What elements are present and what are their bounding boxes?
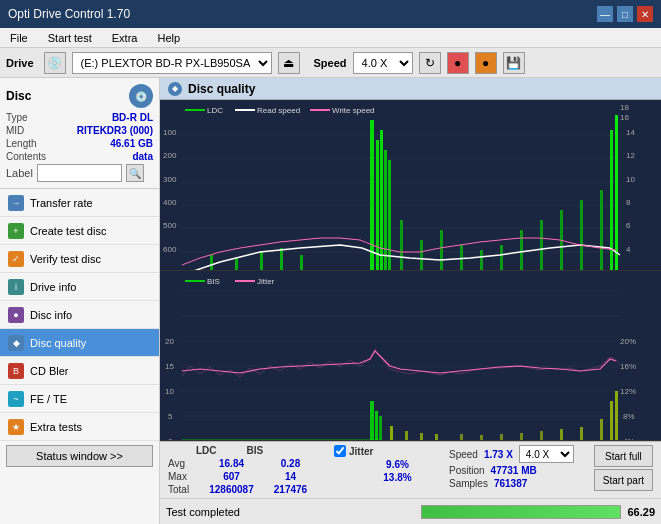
sidebar-item-drive-info[interactable]: i Drive info — [0, 273, 159, 301]
bottom-chart-svg: 0 5 10 15 20 4% 8% 12% 16% 20% 0.0 5.0 1… — [160, 271, 661, 441]
svg-text:16: 16 — [620, 113, 629, 122]
sidebar-item-create-test-disc[interactable]: + Create test disc — [0, 217, 159, 245]
menu-extra[interactable]: Extra — [106, 30, 144, 46]
disc-info-icon: ● — [8, 307, 24, 323]
svg-text:14: 14 — [626, 128, 635, 137]
sidebar-item-cd-bler[interactable]: B CD Bler — [0, 357, 159, 385]
jitter-checkbox[interactable] — [334, 445, 346, 457]
top-chart: 700 600 500 400 300 200 100 2 4 6 8 10 1… — [160, 100, 661, 271]
disc-quality-icon: ◆ — [8, 335, 24, 351]
samples-value: 761387 — [494, 478, 527, 489]
disc-label-row: Label 🔍 — [6, 164, 153, 182]
disc-label-button[interactable]: 🔍 — [126, 164, 144, 182]
svg-text:8: 8 — [626, 198, 631, 207]
sidebar-item-label-transfer-rate: Transfer rate — [30, 197, 93, 209]
sidebar-item-fe-te[interactable]: ~ FE / TE — [0, 385, 159, 413]
svg-text:BIS: BIS — [207, 277, 220, 286]
svg-rect-58 — [520, 230, 523, 270]
svg-rect-112 — [580, 427, 583, 441]
svg-rect-103 — [405, 431, 408, 441]
svg-text:100: 100 — [163, 128, 177, 137]
max-bis: 14 — [263, 471, 318, 482]
action-buttons: Start full Start part — [594, 445, 653, 491]
charts-area: 700 600 500 400 300 200 100 2 4 6 8 10 1… — [160, 100, 661, 441]
disc-panel: Disc 💿 Type BD-R DL MID RITEKDR3 (000) L… — [0, 78, 159, 189]
speed-stat-select[interactable]: 4.0 X — [519, 445, 574, 463]
start-part-button[interactable]: Start part — [594, 469, 653, 491]
orange-btn[interactable]: ● — [475, 52, 497, 74]
top-chart-svg: 700 600 500 400 300 200 100 2 4 6 8 10 1… — [160, 100, 661, 270]
sidebar-item-label-verify-test-disc: Verify test disc — [30, 253, 101, 265]
svg-rect-59 — [540, 220, 543, 270]
progress-text: 66.29 — [627, 506, 655, 518]
transfer-rate-icon: → — [8, 195, 24, 211]
svg-rect-48 — [376, 140, 379, 270]
stats-area: LDC BIS Avg 16.84 0.28 Max 607 14 Total … — [160, 441, 661, 498]
drivebar: Drive 💿 (E:) PLEXTOR BD-R PX-LB950SA 1.0… — [0, 48, 661, 78]
close-button[interactable]: ✕ — [637, 6, 653, 22]
sidebar-item-label-cd-bler: CD Bler — [30, 365, 69, 377]
svg-text:16%: 16% — [620, 362, 636, 371]
sidebar-item-verify-test-disc[interactable]: ✓ Verify test disc — [0, 245, 159, 273]
maximize-button[interactable]: □ — [617, 6, 633, 22]
sidebar-item-label-create-test-disc: Create test disc — [30, 225, 106, 237]
disc-length-label: Length — [6, 138, 37, 149]
status-text: Test completed — [166, 506, 415, 518]
disc-label-input[interactable] — [37, 164, 122, 182]
svg-rect-115 — [615, 391, 618, 441]
disc-length-row: Length 46.61 GB — [6, 138, 153, 149]
menu-help[interactable]: Help — [151, 30, 186, 46]
svg-text:0: 0 — [168, 437, 173, 441]
avg-label: Avg — [168, 458, 200, 469]
drive-select[interactable]: (E:) PLEXTOR BD-R PX-LB950SA 1.06 — [72, 52, 272, 74]
disc-type-row: Type BD-R DL — [6, 112, 153, 123]
sidebar-item-label-fe-te: FE / TE — [30, 393, 67, 405]
svg-rect-50 — [384, 150, 387, 270]
sidebar-item-extra-tests[interactable]: ★ Extra tests — [0, 413, 159, 441]
sidebar-item-label-drive-info: Drive info — [30, 281, 76, 293]
disc-icon: 💿 — [129, 84, 153, 108]
disc-contents-row: Contents data — [6, 151, 153, 162]
disc-mid-row: MID RITEKDR3 (000) — [6, 125, 153, 136]
svg-rect-0 — [160, 100, 661, 270]
menu-file[interactable]: File — [4, 30, 34, 46]
speed-label: Speed — [314, 57, 347, 69]
svg-rect-51 — [388, 160, 391, 270]
sidebar-item-label-extra-tests: Extra tests — [30, 421, 82, 433]
disc-title: Disc — [6, 89, 31, 103]
sidebar-item-transfer-rate[interactable]: → Transfer rate — [0, 189, 159, 217]
svg-text:12%: 12% — [620, 387, 636, 396]
svg-rect-46 — [300, 255, 303, 270]
svg-rect-101 — [379, 416, 382, 441]
svg-rect-113 — [600, 419, 603, 441]
sidebar-item-disc-info[interactable]: ● Disc info — [0, 301, 159, 329]
window-controls[interactable]: — □ ✕ — [597, 6, 653, 22]
start-full-button[interactable]: Start full — [594, 445, 653, 467]
content-title: Disc quality — [188, 82, 255, 96]
svg-rect-98 — [182, 439, 382, 441]
position-label: Position — [449, 465, 485, 476]
refresh-button[interactable]: ↻ — [419, 52, 441, 74]
speed-stat-value: 1.73 X — [484, 449, 513, 460]
svg-rect-99 — [370, 401, 374, 441]
svg-rect-54 — [440, 230, 443, 270]
svg-rect-55 — [460, 245, 463, 270]
max-ldc: 607 — [204, 471, 259, 482]
minimize-button[interactable]: — — [597, 6, 613, 22]
svg-text:200: 200 — [163, 151, 177, 160]
red-btn[interactable]: ● — [447, 52, 469, 74]
bottom-bar: Test completed 66.29 — [160, 498, 661, 524]
speed-select[interactable]: 4.0 X — [353, 52, 413, 74]
svg-text:6: 6 — [626, 221, 631, 230]
status-window-button[interactable]: Status window >> — [6, 445, 153, 467]
position-value: 47731 MB — [491, 465, 537, 476]
sidebar-item-label-disc-quality: Disc quality — [30, 337, 86, 349]
avg-ldc: 16.84 — [204, 458, 259, 469]
sidebar-item-disc-quality[interactable]: ◆ Disc quality — [0, 329, 159, 357]
save-button[interactable]: 💾 — [503, 52, 525, 74]
menu-start-test[interactable]: Start test — [42, 30, 98, 46]
svg-rect-100 — [375, 411, 378, 441]
svg-text:600: 600 — [163, 245, 177, 254]
total-label: Total — [168, 484, 200, 495]
eject-button[interactable]: ⏏ — [278, 52, 300, 74]
